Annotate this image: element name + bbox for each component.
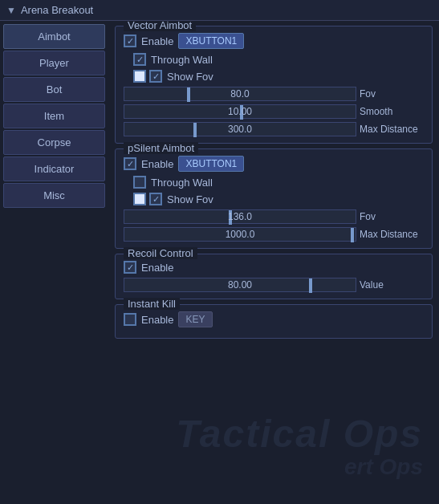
psilent-show-fov-row: Show Fov xyxy=(124,193,424,205)
recoil-control-title: Recoil Control xyxy=(124,247,197,259)
vector-aimbot-title: Vector Aimbot xyxy=(124,21,196,31)
vector-enable-checkbox[interactable] xyxy=(124,35,136,47)
psilent-maxdist-label: Max Distance xyxy=(360,229,424,240)
instant-kill-enable-row: Enable KEY xyxy=(124,311,424,327)
psilent-show-fov-checkbox-bg[interactable] xyxy=(133,193,146,205)
vector-maxdist-slider-row: 300.0 Max Distance xyxy=(124,122,424,136)
sidebar-item-bot[interactable]: Bot xyxy=(3,77,105,102)
vector-through-wall-row: Through Wall xyxy=(124,53,424,66)
sidebar-item-item[interactable]: Item xyxy=(3,104,105,128)
sidebar: Aimbot Player Bot Item Corpse Indicator … xyxy=(0,21,108,502)
vector-show-fov-checkbox-bg[interactable] xyxy=(133,70,146,83)
psilent-maxdist-slider[interactable]: 1000.0 xyxy=(124,227,356,242)
vector-maxdist-value: 300.0 xyxy=(124,124,356,135)
vector-enable-row: Enable XBUTTON1 xyxy=(124,33,424,49)
recoil-enable-label: Enable xyxy=(141,262,173,274)
psilent-enable-key[interactable]: XBUTTON1 xyxy=(178,156,244,172)
vector-maxdist-label: Max Distance xyxy=(360,124,424,135)
vector-show-fov-row: Show Fov xyxy=(124,70,424,83)
psilent-enable-row: Enable XBUTTON1 xyxy=(124,156,424,172)
psilent-maxdist-value: 1000.0 xyxy=(124,229,356,240)
psilent-fov-slider[interactable]: 136.0 xyxy=(124,209,356,224)
app-title: Arena Breakout xyxy=(21,4,93,16)
instant-kill-enable-checkbox[interactable] xyxy=(124,313,136,326)
psilent-show-fov-label: Show Fov xyxy=(167,193,213,205)
psilent-aimbot-panel: pSilent Aimbot Enable XBUTTON1 Through W… xyxy=(115,148,433,249)
psilent-fov-value: 136.0 xyxy=(124,211,356,222)
vector-enable-key[interactable]: XBUTTON1 xyxy=(178,33,244,49)
recoil-value-label: Value xyxy=(360,279,424,291)
psilent-fov-label: Fov xyxy=(360,211,424,222)
main-layout: Aimbot Player Bot Item Corpse Indicator … xyxy=(0,21,439,502)
psilent-aimbot-title: pSilent Aimbot xyxy=(124,142,198,154)
vector-fov-slider[interactable]: 80.0 xyxy=(124,87,356,101)
collapse-arrow[interactable]: ▼ xyxy=(6,5,16,16)
recoil-control-panel: Recoil Control Enable 80.00 Value xyxy=(115,254,433,299)
psilent-through-wall-row: Through Wall xyxy=(124,176,424,189)
vector-smooth-slider-row: 10.00 Smooth xyxy=(124,104,424,119)
psilent-show-fov-checkbox[interactable] xyxy=(149,193,162,205)
title-bar: ▼ Arena Breakout xyxy=(0,0,439,21)
vector-fov-value: 80.0 xyxy=(124,88,356,100)
vector-smooth-slider[interactable]: 10.00 xyxy=(124,104,356,119)
instant-kill-enable-label: Enable xyxy=(141,314,173,326)
sidebar-item-corpse[interactable]: Corpse xyxy=(3,130,105,155)
psilent-through-wall-label: Through Wall xyxy=(151,177,213,189)
instant-kill-title: Instant Kill xyxy=(124,298,180,310)
vector-through-wall-checkbox[interactable] xyxy=(133,53,146,66)
psilent-enable-checkbox[interactable] xyxy=(124,157,136,170)
sidebar-item-misc[interactable]: Misc xyxy=(3,183,105,208)
psilent-through-wall-checkbox[interactable] xyxy=(133,176,146,189)
vector-show-fov-checkbox[interactable] xyxy=(149,70,162,83)
content-area: Vector Aimbot Enable XBUTTON1 Through Wa… xyxy=(108,21,439,502)
vector-show-fov-label: Show Fov xyxy=(167,71,213,83)
vector-through-wall-label: Through Wall xyxy=(151,54,213,66)
recoil-value-display: 80.00 xyxy=(124,279,356,291)
vector-enable-label: Enable xyxy=(141,35,173,47)
recoil-enable-row: Enable xyxy=(124,261,424,274)
vector-fov-label: Fov xyxy=(360,88,424,100)
sidebar-item-indicator[interactable]: Indicator xyxy=(3,156,105,181)
vector-smooth-label: Smooth xyxy=(360,106,424,117)
sidebar-item-player[interactable]: Player xyxy=(3,51,105,75)
vector-fov-slider-row: 80.0 Fov xyxy=(124,87,424,101)
instant-kill-key[interactable]: KEY xyxy=(178,311,212,327)
vector-maxdist-slider[interactable]: 300.0 xyxy=(124,122,356,136)
psilent-maxdist-slider-row: 1000.0 Max Distance xyxy=(124,227,424,242)
recoil-value-slider[interactable]: 80.00 xyxy=(124,278,356,292)
recoil-enable-checkbox[interactable] xyxy=(124,261,136,274)
recoil-value-slider-row: 80.00 Value xyxy=(124,278,424,292)
vector-aimbot-panel: Vector Aimbot Enable XBUTTON1 Through Wa… xyxy=(115,26,433,144)
instant-kill-panel: Instant Kill Enable KEY xyxy=(115,304,433,339)
sidebar-item-aimbot[interactable]: Aimbot xyxy=(3,24,105,49)
psilent-fov-slider-row: 136.0 Fov xyxy=(124,209,424,224)
psilent-enable-label: Enable xyxy=(141,158,173,170)
